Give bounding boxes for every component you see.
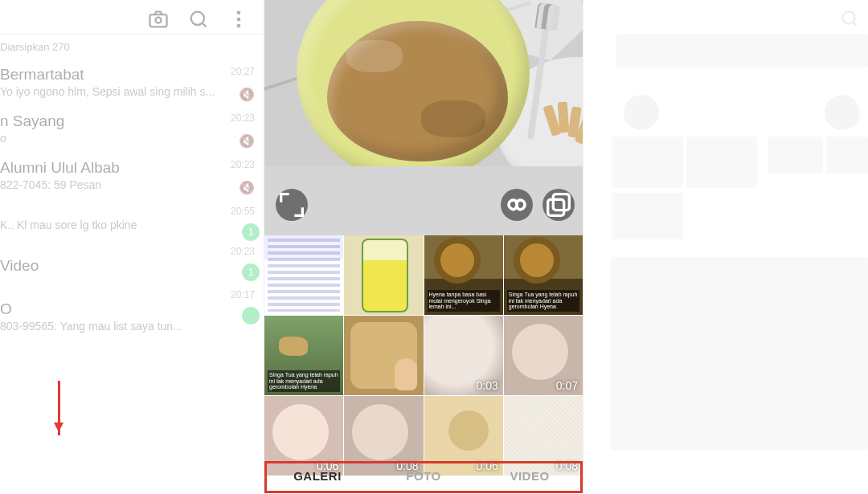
svg-rect-7: [553, 194, 569, 210]
thumb-video[interactable]: 0:07: [504, 316, 583, 395]
search-icon: [839, 8, 860, 29]
chat-row: O 803-99565: Yang mau list saya tun... 2…: [0, 286, 264, 344]
boomerang-button[interactable]: [501, 189, 533, 221]
tab-video[interactable]: VIDEO: [477, 458, 583, 494]
svg-point-2: [191, 12, 204, 25]
chat-name: Bermartabat: [0, 66, 256, 84]
chat-row: Bermartabat Yo iyo ngono hlm, Sepsi awal…: [0, 63, 264, 109]
duration-label: 0:07: [556, 379, 578, 392]
svg-point-6: [842, 11, 854, 23]
thumb-bread[interactable]: [344, 316, 423, 395]
chat-row: Video 20:23 1: [0, 243, 264, 286]
svg-point-3: [237, 11, 241, 15]
mute-icon: 🔇: [239, 133, 255, 149]
media-picker: Hyena tanpa basa basi mulai mengeroyok S…: [264, 0, 583, 494]
thumb-screenshot[interactable]: [264, 235, 343, 315]
mute-icon: 🔇: [239, 180, 255, 195]
unread-badge: 1: [242, 263, 260, 281]
svg-point-5: [237, 24, 241, 28]
kebab-icon: [227, 8, 250, 31]
thumbnail-grid: Hyena tanpa basa basi mulai mengeroyok S…: [264, 235, 583, 458]
chat-row: n Sayang o 20:23 🔇: [0, 109, 264, 156]
thumb-lion-1[interactable]: Hyena tanpa basa basi mulai mengeroyok S…: [424, 235, 503, 315]
unread-badge: 1: [242, 223, 260, 241]
right-background: [583, 0, 868, 494]
chatlist-background: Diarsipkan 270 Bermartabat Yo iyo ngono …: [0, 0, 264, 494]
svg-point-1: [156, 18, 162, 23]
archive-row: Diarsipkan 270: [0, 35, 264, 63]
chat-row: K.. Kl mau sore lg tko pkine 20:55 1: [0, 202, 264, 243]
fullscreen-button[interactable]: [276, 189, 308, 221]
preview-toolbar: [264, 166, 583, 235]
svg-rect-0: [150, 14, 167, 27]
media-tabs: GALERI FOTO VIDEO: [264, 458, 583, 494]
preview-image: [264, 0, 583, 166]
svg-rect-8: [548, 199, 564, 215]
thumb-grass-dog[interactable]: Singa Tua yang telah rapuh ini tak menya…: [264, 316, 343, 395]
thumb-caption: Singa Tua yang telah rapuh ini tak menya…: [507, 290, 579, 312]
chat-snippet: Yo iyo ngono hlm, Sepsi awal sing milih …: [0, 85, 256, 98]
mute-icon: 🔇: [239, 87, 255, 102]
selected-preview[interactable]: [264, 0, 583, 166]
chat-row: Alumni Ulul Albab 822-7045: 59 Pesan 20:…: [0, 156, 264, 202]
chat-time: 20:27: [231, 66, 255, 77]
thumb-caption: Hyena tanpa basa basi mulai mengeroyok S…: [428, 290, 500, 312]
svg-point-4: [237, 18, 241, 22]
unread-badge: [242, 307, 260, 325]
tab-gallery[interactable]: GALERI: [264, 458, 371, 494]
thumb-lemon[interactable]: [344, 235, 423, 315]
thumb-caption: Singa Tua yang telah rapuh ini tak menya…: [268, 370, 340, 392]
thumb-lion-2[interactable]: Singa Tua yang telah rapuh ini tak menya…: [504, 235, 583, 315]
tab-photo[interactable]: FOTO: [371, 458, 477, 494]
thumb-video[interactable]: 0:03: [424, 316, 503, 395]
camera-icon: [147, 8, 170, 31]
multi-select-button[interactable]: [542, 189, 575, 221]
search-icon: [187, 8, 210, 31]
duration-label: 0:03: [477, 379, 498, 392]
